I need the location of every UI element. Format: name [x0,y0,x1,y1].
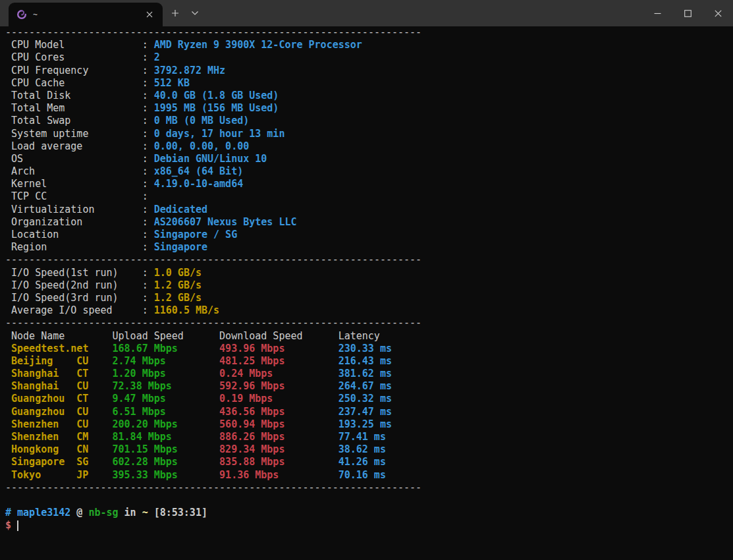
node-cell: GuangzhouCU [11,406,113,418]
io-value: 1160.5 MB/s [154,304,219,316]
node-carrier: CU [76,418,88,431]
latency-value: 264.67 ms [339,380,392,393]
titlebar[interactable]: ~ [0,0,733,26]
io-colon: : [142,279,148,291]
separator: ----------------------------------------… [5,317,728,329]
latency-value: 250.32 ms [339,393,392,405]
info-label: Total Disk [11,90,142,102]
node-carrier: CM [76,431,88,443]
node-carrier: CT [76,368,88,380]
sysinfo-row: CPU Cores:2 [5,51,728,64]
io-label: I/O Speed(3rd run) [11,292,142,304]
window-drag-region[interactable] [205,0,642,26]
node-carrier: JP [76,469,88,482]
sysinfo-row: Total Swap:0 MB (0 MB Used) [5,115,728,127]
header-download: Download Speed [219,330,339,343]
info-colon: : [142,241,148,253]
info-colon: : [142,140,148,152]
download-value: 493.96 Mbps [219,343,339,355]
info-value: Singapore / SG [154,229,237,240]
info-label: Region [11,241,142,254]
info-value: 40.0 GB (1.8 GB Used) [154,90,279,101]
sysinfo-row: OS:Debian GNU/Linux 10 [5,153,728,165]
node-carrier: CU [76,355,88,368]
tab-close-icon[interactable] [142,7,157,22]
info-colon: : [142,77,148,89]
node-city: Shanghai [11,380,59,392]
node-cell: BeijingCU [11,355,113,368]
info-value: AS206607 Nexus Bytes LLC [154,216,297,228]
sysinfo-row: Arch:x86_64 (64 Bit) [5,165,728,178]
upload-value: 1.20 Mbps [113,368,220,380]
node-cell: ShanghaiCT [11,368,113,380]
info-label: CPU Cache [11,77,142,90]
download-value: 0.24 Mbps [219,368,339,380]
sysinfo-row: Total Mem:1995 MB (156 MB Used) [5,102,728,115]
upload-value: 168.67 Mbps [113,343,220,355]
info-value: Dedicated [154,204,207,215]
upload-value: 701.15 Mbps [113,443,220,456]
prompt-dollar: $ [5,519,11,531]
download-value: 560.94 Mbps [219,418,339,431]
sysinfo-row: Load average:0.00, 0.00, 0.00 [5,140,728,153]
speedtest-row: SingaporeSG602.28 Mbps835.88 Mbps41.26 m… [5,456,728,468]
node-city: Shenzhen [11,431,59,443]
download-value: 592.96 Mbps [219,380,339,393]
io-label: Average I/O speed [11,304,142,317]
sysinfo-row: CPU Frequency:3792.872 MHz [5,65,728,77]
info-value: 3792.872 MHz [154,65,225,76]
download-value: 829.34 Mbps [219,443,339,456]
latency-value: 41.26 ms [339,456,386,468]
io-label: I/O Speed(1st run) [11,267,142,279]
node-city: Guangzhou [11,393,65,405]
sysinfo-row: Region:Singapore [5,241,728,254]
node-cell: ShenzhenCU [11,418,113,431]
info-value: 2 [154,51,160,63]
info-label: Location [11,229,142,241]
info-colon: : [142,128,148,140]
upload-value: 395.33 Mbps [113,469,220,482]
info-label: CPU Model [11,39,142,51]
download-value: 91.36 Mbps [219,469,339,482]
download-value: 436.56 Mbps [219,406,339,418]
speedtest-row: GuangzhouCU6.51 Mbps436.56 Mbps237.47 ms [5,406,728,418]
separator: ----------------------------------------… [5,26,728,39]
io-row: I/O Speed(1st run):1.0 GB/s [5,267,728,279]
node-city: Hongkong [11,443,59,455]
latency-value: 77.41 ms [339,431,386,443]
node-cell: GuangzhouCT [11,393,113,405]
speedtest-row: Speedtest.net168.67 Mbps493.96 Mbps230.3… [5,343,728,355]
node-cell: ShenzhenCM [11,431,113,443]
info-value: 0.00, 0.00, 0.00 [154,140,250,152]
sysinfo-row: Location:Singapore / SG [5,229,728,241]
speedtest-row: ShanghaiCT1.20 Mbps0.24 Mbps381.62 ms [5,368,728,380]
new-tab-icon[interactable] [165,4,185,22]
info-label: System uptime [11,128,142,140]
maximize-icon[interactable] [672,0,703,26]
latency-value: 381.62 ms [339,368,392,380]
sysinfo-row: TCP CC: [5,190,728,203]
close-window-icon[interactable] [703,0,733,26]
info-value: 0 days, 17 hour 13 min [154,128,285,140]
header-latency: Latency [339,330,380,343]
download-value: 886.26 Mbps [219,431,339,443]
command-line[interactable]: $ [5,519,728,532]
terminal-tab[interactable]: ~ [9,3,163,26]
node-city: Speedtest.net [11,343,88,354]
tab-dropdown-chevron-icon[interactable] [185,4,205,22]
separator: ----------------------------------------… [5,482,728,494]
info-colon: : [142,178,148,190]
minimize-icon[interactable] [642,0,672,26]
latency-value: 38.62 ms [339,443,386,456]
prompt-line: #maple3142@nb-sgin~[8:53:31] [5,507,728,519]
tab-title: ~ [33,10,142,19]
io-colon: : [142,267,148,279]
prompt-path: ~ [142,507,148,518]
info-label: Kernel [11,178,142,190]
header-upload: Upload Speed [113,330,220,343]
info-label: CPU Cores [11,51,142,64]
speedtest-row: BeijingCU2.74 Mbps481.25 Mbps216.43 ms [5,355,728,368]
terminal-screen[interactable]: ----------------------------------------… [0,26,733,560]
prompt-hash: # [5,507,11,518]
download-value: 0.19 Mbps [219,393,339,405]
